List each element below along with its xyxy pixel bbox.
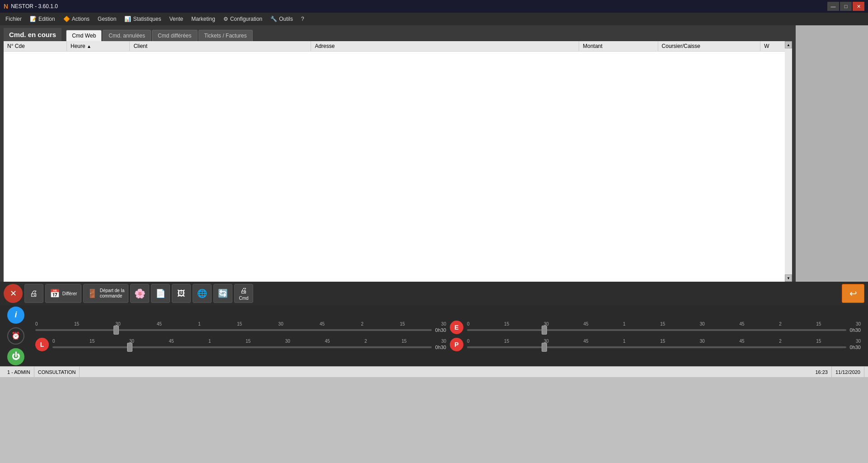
- image-icon: 🖼: [177, 289, 185, 298]
- menu-marketing[interactable]: Marketing: [188, 14, 219, 24]
- refresh-button[interactable]: 🔄: [213, 284, 232, 303]
- sliders-grid: 0153045115304521530 0h30 E 0153045115304…: [35, 321, 861, 351]
- menu-vente[interactable]: Vente: [165, 14, 187, 24]
- slider-row-e: E 0153045115304521530 0h30: [450, 321, 861, 334]
- differer-button[interactable]: 📅 Diffèrer: [45, 284, 81, 303]
- info-button[interactable]: i: [7, 307, 24, 324]
- slider-p-input[interactable]: [467, 346, 846, 348]
- cmd-print-button[interactable]: 🖨 Cmd: [234, 284, 253, 303]
- tab-bar: Cmd. en cours Cmd Web Cmd. annulées Cmd …: [0, 25, 796, 41]
- menu-outils-label: Outils: [279, 16, 293, 22]
- print-button[interactable]: 🖨: [24, 284, 43, 303]
- status-time: 16:23: [811, 367, 832, 377]
- slider-1-input[interactable]: [35, 329, 432, 331]
- info-icon: i: [14, 310, 17, 320]
- slider-l-input[interactable]: [52, 346, 432, 348]
- maximize-button[interactable]: □: [840, 2, 852, 11]
- title-bar-left: N NESTOR - 3.60.1.0: [4, 3, 58, 10]
- menu-configuration[interactable]: ⚙ Configuration: [220, 14, 266, 24]
- slider-l-label-button[interactable]: L: [35, 338, 49, 351]
- col-montant[interactable]: Montant: [579, 41, 658, 52]
- tab-cmd-annulees[interactable]: Cmd. annulées: [103, 30, 151, 41]
- slider-row-l: L 0153045115304521530 0h30: [35, 338, 446, 351]
- status-user: 1 - ADMIN: [4, 367, 34, 377]
- depart-icon: 🚪: [87, 288, 97, 298]
- configuration-icon: ⚙: [223, 16, 228, 22]
- table-container: N° Cde Heure ▲ Client Adresse Montant Co…: [4, 41, 792, 282]
- close-button[interactable]: ✕: [853, 2, 864, 11]
- col-adresse[interactable]: Adresse: [311, 41, 579, 52]
- minimize-button[interactable]: —: [827, 2, 839, 11]
- power-button[interactable]: ⏻: [7, 348, 24, 365]
- menu-statistiques-label: Statistiques: [133, 16, 161, 22]
- clock-icon: ⏰: [11, 331, 20, 340]
- status-mode: CONSULTATION: [34, 367, 80, 377]
- window-title: NESTOR - 3.60.1.0: [11, 3, 58, 9]
- app-icon: N: [4, 3, 8, 10]
- slider-1-container: 0153045115304521530 0h30: [35, 321, 446, 333]
- vertical-scrollbar[interactable]: ▲ ▼: [785, 41, 792, 282]
- menu-statistiques[interactable]: 📊 Statistiques: [121, 14, 165, 24]
- power-icon: ⏻: [12, 352, 20, 361]
- slider-l-track: 0h30: [52, 345, 446, 350]
- right-panel: [796, 25, 868, 282]
- doc-icon: 📄: [156, 288, 165, 298]
- menu-help[interactable]: ?: [297, 14, 308, 24]
- globe-icon: 🌐: [197, 288, 207, 298]
- slider-1-track: 0h30: [35, 327, 446, 333]
- cmd-label: Cmd: [239, 296, 248, 301]
- tab-tickets-factures[interactable]: Tickets / Factures: [198, 30, 253, 41]
- image-button[interactable]: 🖼: [172, 284, 191, 303]
- menu-gestion-label: Gestion: [98, 16, 116, 22]
- slider-p-value: 0h30: [850, 345, 861, 350]
- menu-actions-label: Actions: [72, 16, 90, 22]
- left-panel: Cmd. en cours Cmd Web Cmd. annulées Cmd …: [0, 25, 796, 282]
- globe-button[interactable]: 🌐: [193, 284, 212, 303]
- flowers-button[interactable]: 🌸: [130, 284, 149, 303]
- col-client[interactable]: Client: [130, 41, 311, 52]
- tab-cmd-differees[interactable]: Cmd différées: [152, 30, 197, 41]
- menu-vente-label: Vente: [169, 16, 183, 22]
- statistiques-icon: 📊: [124, 16, 131, 22]
- menu-gestion[interactable]: Gestion: [94, 14, 120, 24]
- tab-cmd-web[interactable]: Cmd Web: [66, 30, 102, 41]
- menu-bar: Fichier 📝 Edition 🔶 Actions Gestion 📊 St…: [0, 13, 868, 25]
- scroll-up-button[interactable]: ▲: [785, 41, 792, 48]
- special-button[interactable]: ↩: [842, 284, 864, 303]
- col-heure[interactable]: Heure ▲: [66, 41, 129, 52]
- menu-actions[interactable]: 🔶 Actions: [60, 14, 93, 24]
- cancel-icon: ✕: [10, 288, 17, 298]
- differer-icon: 📅: [50, 288, 60, 298]
- differer-label: Diffèrer: [62, 291, 77, 296]
- scroll-track[interactable]: [785, 48, 792, 274]
- slider-1-value: 0h30: [435, 327, 446, 333]
- refresh-icon: 🔄: [218, 288, 228, 298]
- status-date: 11/12/2020: [832, 367, 864, 377]
- slider-p-container: 0153045115304521530 0h30: [467, 339, 861, 350]
- menu-marketing-label: Marketing: [191, 16, 215, 22]
- col-coursier-caisse[interactable]: Coursier/Caisse: [658, 41, 760, 52]
- slider-e-container: 0153045115304521530 0h30: [467, 321, 861, 333]
- clock-button[interactable]: ⏰: [7, 327, 24, 345]
- cancel-button[interactable]: ✕: [4, 284, 23, 303]
- slider-e-label-button[interactable]: E: [450, 321, 463, 334]
- menu-outils[interactable]: 🔧 Outils: [267, 14, 297, 24]
- depart-button[interactable]: 🚪 Départ de lacommande: [83, 284, 128, 303]
- slider-e-input[interactable]: [467, 329, 846, 331]
- doc-button[interactable]: 📄: [151, 284, 170, 303]
- data-table: N° Cde Heure ▲ Client Adresse Montant Co…: [4, 41, 792, 52]
- slider-l-value: 0h30: [435, 345, 446, 350]
- main-area: Cmd. en cours Cmd Web Cmd. annulées Cmd …: [0, 25, 868, 282]
- cmd-print-icon: 🖨: [240, 287, 247, 295]
- menu-edition[interactable]: 📝 Edition: [26, 14, 59, 24]
- slider-p-label-button[interactable]: P: [450, 338, 463, 351]
- scroll-down-button[interactable]: ▼: [785, 274, 792, 282]
- outils-icon: 🔧: [270, 16, 277, 22]
- slider-p-track: 0h30: [467, 345, 861, 350]
- title-bar: N NESTOR - 3.60.1.0 — □ ✕: [0, 0, 868, 13]
- title-bar-controls: — □ ✕: [827, 2, 864, 11]
- flowers-icon: 🌸: [134, 288, 146, 299]
- col-no-cde[interactable]: N° Cde: [4, 41, 66, 52]
- menu-fichier-label: Fichier: [5, 16, 22, 22]
- menu-fichier[interactable]: Fichier: [2, 14, 25, 24]
